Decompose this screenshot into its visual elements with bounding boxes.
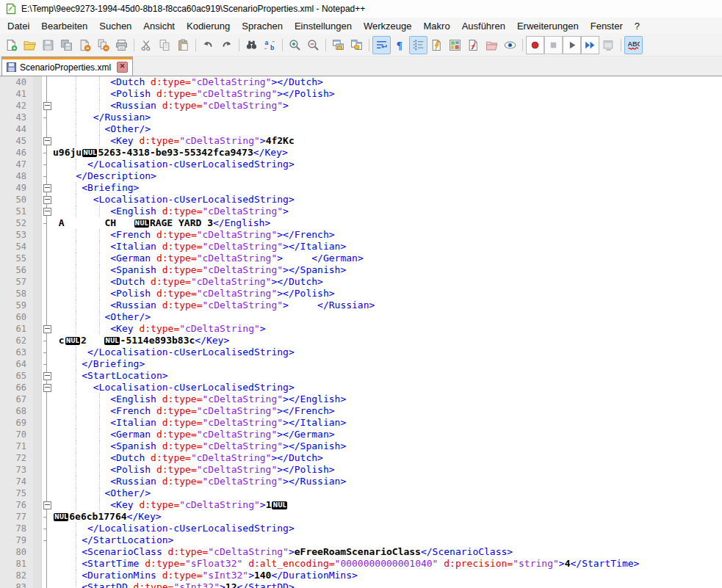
code-text[interactable]: <Briefing> <box>51 182 722 194</box>
code-text[interactable]: </Localisation-cUserLocalisedString> <box>51 346 722 358</box>
copy-button[interactable] <box>156 36 174 54</box>
menu-item-werkzeuge[interactable]: Werkzeuge <box>358 19 418 33</box>
code-text[interactable]: <Localisation-cUserLocalisedString> <box>51 194 722 206</box>
fold-collapse-icon[interactable] <box>42 100 51 112</box>
code-text[interactable]: <English d:type="cDeltaString"></English… <box>51 393 722 405</box>
menu-item-fenster[interactable]: Fenster <box>585 19 629 33</box>
paste-button[interactable] <box>174 36 192 54</box>
code-text[interactable]: <Spanish d:type="cDeltaString"></Spanish… <box>51 264 722 276</box>
find-button[interactable] <box>242 36 261 54</box>
undo-button[interactable] <box>199 36 217 54</box>
code-text[interactable]: <Localisation-cUserLocalisedString> <box>51 382 722 393</box>
code-text[interactable]: <English d:type="cDeltaString"> <box>51 206 722 217</box>
fold-collapse-icon[interactable] <box>42 323 51 335</box>
code-text[interactable]: <Other/> <box>51 487 722 499</box>
code-text[interactable]: <Dutch d:type="cDeltaString"></Dutch> <box>51 76 722 88</box>
code-text[interactable]: <Italian d:type="cDeltaString"></Italian… <box>51 417 722 429</box>
code-text[interactable]: <ScenarioClass d:type="cDeltaString">eFr… <box>51 546 722 558</box>
menu-item-makro[interactable]: Makro <box>418 19 456 33</box>
sync-horizontal-scrolling-button[interactable] <box>347 36 366 54</box>
user-defined-language-button[interactable] <box>427 36 446 54</box>
tab-scenarioproperties[interactable]: ScenarioProperties.xml ✕ <box>1 58 133 76</box>
fold-collapse-icon[interactable] <box>42 206 51 217</box>
fold-collapse-icon[interactable] <box>42 182 51 194</box>
menu-item-sprachen[interactable]: Sprachen <box>236 19 289 33</box>
code-text[interactable]: <Russian d:type="cDeltaString"></Russian… <box>51 476 722 487</box>
sync-vertical-scrolling-button[interactable] <box>329 36 347 54</box>
print-button[interactable] <box>112 36 131 54</box>
menu-item-bearbeiten[interactable]: Bearbeiten <box>35 19 93 33</box>
code-text[interactable]: <StartDD d:type="sInt32">12</StartDD> <box>51 581 722 588</box>
zoom-in-button[interactable] <box>286 36 304 54</box>
menu-item-kodierung[interactable]: Kodierung <box>181 19 236 33</box>
code-text[interactable]: <Key d:type="cDeltaString">4f2Kc <box>51 135 722 147</box>
menu-item-erweiterungen[interactable]: Erweiterungen <box>511 19 585 33</box>
macro-record-button[interactable] <box>526 36 544 54</box>
editor[interactable]: 40 <Dutch d:type="cDeltaString"></Dutch>… <box>0 76 722 588</box>
code-text[interactable]: <Polish d:type="cDeltaString"></Polish> <box>51 288 722 300</box>
code-text[interactable]: <Dutch d:type="cDeltaString"></Dutch> <box>51 452 722 464</box>
tab-close-icon[interactable]: ✕ <box>117 62 128 73</box>
code-text[interactable]: <DurationMins d:type="sInt32">140</Durat… <box>51 570 722 581</box>
code-text[interactable]: </StartLocation> <box>51 534 722 546</box>
code-text[interactable]: <Dutch d:type="cDeltaString"></Dutch> <box>51 276 722 288</box>
fold-collapse-icon[interactable] <box>42 499 51 511</box>
code-text[interactable]: <Key d:type="cDeltaString">1NUL <box>51 499 722 511</box>
code-text[interactable]: </Briefing> <box>51 358 722 370</box>
word-wrap-button[interactable] <box>372 36 391 54</box>
new-file-button[interactable] <box>2 36 21 54</box>
code-text[interactable]: </Description> <box>51 170 722 182</box>
code-text[interactable]: <French d:type="cDeltaString"></French> <box>51 229 722 241</box>
document-map-button[interactable] <box>446 36 464 54</box>
folder-as-workspace-button[interactable] <box>483 36 501 54</box>
code-text[interactable]: <Italian d:type="cDeltaString"></Italian… <box>51 241 722 253</box>
code-text[interactable]: <Other/> <box>51 311 722 323</box>
code-text[interactable]: <Polish d:type="cDeltaString"></Polish> <box>51 464 722 476</box>
code-text[interactable]: <Spanish d:type="cDeltaString"></Spanish… <box>51 440 722 452</box>
menu-item-suchen[interactable]: Suchen <box>93 19 137 33</box>
macro-play-button[interactable] <box>563 36 581 54</box>
menu-item-ansicht[interactable]: Ansicht <box>137 19 181 33</box>
code-text[interactable]: <German d:type="cDeltaString"> </German> <box>51 253 722 264</box>
code-text[interactable]: <Russian d:type="cDeltaString"> </Russia… <box>51 300 722 311</box>
code-text[interactable]: <German d:type="cDeltaString"></German> <box>51 429 722 440</box>
code-text[interactable]: </Localisation-cUserLocalisedString> <box>51 523 722 534</box>
show-all-characters-button[interactable]: ¶ <box>391 36 409 54</box>
macro-run-multiple-button[interactable] <box>581 36 599 54</box>
code-text[interactable]: <Other/> <box>51 123 722 135</box>
macro-save-button[interactable] <box>599 36 618 54</box>
code-text[interactable]: <StartLocation> <box>51 370 722 382</box>
fold-collapse-icon[interactable] <box>42 370 51 382</box>
code-text[interactable]: u96juNUL5263-4318-be93-55342fca9473</Key… <box>51 147 722 159</box>
code-text[interactable]: </Russian> <box>51 112 722 123</box>
save-button[interactable] <box>39 36 57 54</box>
code-text[interactable]: </Localisation-cUserLocalisedString> <box>51 159 722 170</box>
code-text[interactable]: A CH NULRAGE YARD 3</English> <box>51 217 722 229</box>
fold-collapse-icon[interactable] <box>42 194 51 206</box>
menu-item-ausf-hren[interactable]: Ausführen <box>456 19 511 33</box>
code-text[interactable]: <StartTime d:type="sFloat32" d:alt_encod… <box>51 558 722 570</box>
save-all-button[interactable] <box>57 36 76 54</box>
close-button[interactable] <box>76 36 94 54</box>
function-list-button[interactable] <box>464 36 483 54</box>
code-text[interactable]: NUL6e6cb17764</Key> <box>51 511 722 523</box>
code-text[interactable]: <French d:type="cDeltaString"></French> <box>51 405 722 417</box>
cut-button[interactable] <box>137 36 156 54</box>
menu-item-einstellungen[interactable]: Einstellungen <box>289 19 358 33</box>
code-text[interactable]: cNUL2 NUL-5114e893b83c</Key> <box>51 335 722 346</box>
fold-collapse-icon[interactable] <box>42 135 51 147</box>
open-file-button[interactable] <box>21 36 39 54</box>
document-monitoring-button[interactable] <box>501 36 519 54</box>
fold-collapse-icon[interactable] <box>42 382 51 393</box>
menu-item-help[interactable]: ? <box>629 19 646 33</box>
spell-check-button[interactable]: ABC <box>624 36 643 54</box>
show-indent-guide-button[interactable] <box>409 36 427 54</box>
replace-button[interactable]: ab <box>261 36 279 54</box>
code-text[interactable]: <Key d:type="cDeltaString"> <box>51 323 722 335</box>
menu-item-datei[interactable]: Datei <box>1 19 35 33</box>
zoom-out-button[interactable] <box>304 36 322 54</box>
close-all-button[interactable] <box>94 36 112 54</box>
redo-button[interactable] <box>217 36 236 54</box>
macro-stop-button[interactable] <box>544 36 563 54</box>
code-text[interactable]: <Polish d:type="cDeltaString"></Polish> <box>51 88 722 100</box>
